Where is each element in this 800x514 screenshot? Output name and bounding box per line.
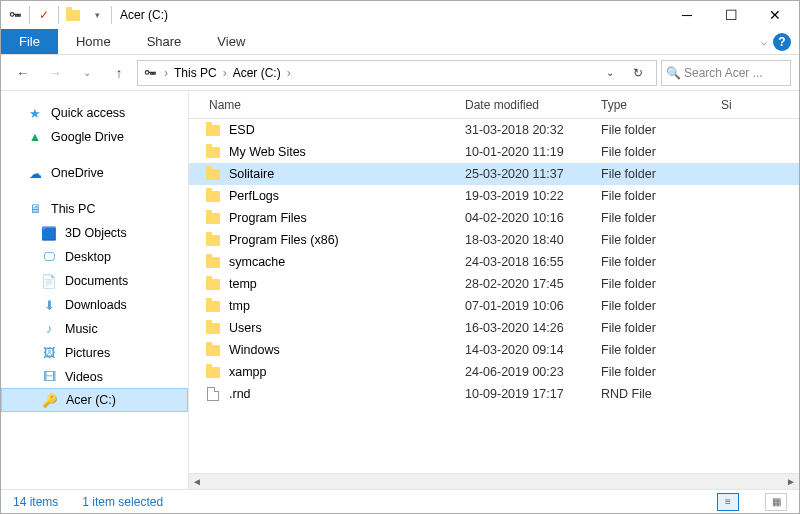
file-date: 31-03-2018 20:32	[465, 123, 601, 137]
file-name: Solitaire	[229, 167, 465, 181]
onedrive-icon: ☁	[27, 165, 43, 181]
folder-icon	[205, 298, 221, 314]
maximize-button[interactable]: ☐	[709, 1, 753, 29]
tab-home[interactable]: Home	[58, 29, 129, 54]
table-row[interactable]: tmp07-01-2019 10:06File folder	[189, 295, 799, 317]
folder-icon	[205, 232, 221, 248]
file-name: My Web Sites	[229, 145, 465, 159]
folder-icon	[205, 166, 221, 182]
sidebar-item-label: Downloads	[65, 298, 127, 312]
folder-icon	[205, 144, 221, 160]
sidebar-item-onedrive[interactable]: ☁OneDrive	[1, 161, 188, 185]
sidebar-item-videos[interactable]: 🎞Videos	[1, 365, 188, 389]
file-list: ESD31-03-2018 20:32File folderMy Web Sit…	[189, 119, 799, 473]
sidebar-item-music[interactable]: ♪Music	[1, 317, 188, 341]
pictures-icon: 🖼	[41, 345, 57, 361]
table-row[interactable]: ESD31-03-2018 20:32File folder	[189, 119, 799, 141]
chevron-right-icon[interactable]: ›	[162, 66, 170, 80]
sidebar-item-this-pc[interactable]: 🖥This PC	[1, 197, 188, 221]
search-placeholder: Search Acer ...	[684, 66, 763, 80]
file-type: File folder	[601, 167, 721, 181]
status-count: 14 items	[13, 495, 58, 509]
table-row[interactable]: Windows14-03-2020 09:14File folder	[189, 339, 799, 361]
collapse-ribbon-icon[interactable]: ⌵	[761, 36, 767, 47]
table-row[interactable]: .rnd10-09-2019 17:17RND File	[189, 383, 799, 405]
qat-folder-icon[interactable]	[65, 7, 81, 23]
breadcrumb[interactable]: This PC	[170, 66, 221, 80]
table-row[interactable]: symcache24-03-2018 16:55File folder	[189, 251, 799, 273]
address-dropdown-icon[interactable]: ⌄	[596, 67, 624, 78]
table-row[interactable]: temp28-02-2020 17:45File folder	[189, 273, 799, 295]
google-drive-icon: ▲	[27, 129, 43, 145]
address-bar[interactable]: › This PC › Acer (C:) › ⌄ ↻	[137, 60, 657, 86]
file-icon	[205, 386, 221, 402]
file-date: 24-06-2019 00:23	[465, 365, 601, 379]
table-row[interactable]: PerfLogs19-03-2019 10:22File folder	[189, 185, 799, 207]
sidebar-item-downloads[interactable]: ⬇Downloads	[1, 293, 188, 317]
file-type: File folder	[601, 145, 721, 159]
file-date: 04-02-2020 10:16	[465, 211, 601, 225]
column-size[interactable]: Si	[721, 98, 799, 112]
help-icon[interactable]: ?	[773, 33, 791, 51]
tab-view[interactable]: View	[199, 29, 263, 54]
folder-icon	[205, 122, 221, 138]
sidebar-item-quick-access[interactable]: ★Quick access	[1, 101, 188, 125]
horizontal-scrollbar[interactable]: ◄ ►	[189, 473, 799, 489]
file-name: Windows	[229, 343, 465, 357]
file-name: .rnd	[229, 387, 465, 401]
close-button[interactable]: ✕	[753, 1, 797, 29]
sidebar-item-pictures[interactable]: 🖼Pictures	[1, 341, 188, 365]
thumbnails-view-button[interactable]: ▦	[765, 493, 787, 511]
forward-button[interactable]: →	[41, 60, 69, 86]
table-row[interactable]: Program Files (x86)18-03-2020 18:40File …	[189, 229, 799, 251]
file-type: RND File	[601, 387, 721, 401]
file-date: 24-03-2018 16:55	[465, 255, 601, 269]
chevron-right-icon[interactable]: ›	[285, 66, 293, 80]
table-row[interactable]: Program Files04-02-2020 10:16File folder	[189, 207, 799, 229]
app-icon	[7, 7, 23, 23]
status-selected: 1 item selected	[82, 495, 163, 509]
sidebar-item-3d-objects[interactable]: 🟦3D Objects	[1, 221, 188, 245]
file-date: 18-03-2020 18:40	[465, 233, 601, 247]
chevron-right-icon[interactable]: ›	[221, 66, 229, 80]
column-date[interactable]: Date modified	[465, 98, 601, 112]
search-input[interactable]: 🔍 Search Acer ...	[661, 60, 791, 86]
sidebar-item-label: Documents	[65, 274, 128, 288]
file-tab[interactable]: File	[1, 29, 58, 54]
breadcrumb[interactable]: Acer (C:)	[229, 66, 285, 80]
sidebar-item-documents[interactable]: 📄Documents	[1, 269, 188, 293]
file-date: 25-03-2020 11:37	[465, 167, 601, 181]
videos-icon: 🎞	[41, 369, 57, 385]
minimize-button[interactable]: ─	[665, 1, 709, 29]
column-headers: Name Date modified Type Si	[189, 91, 799, 119]
address-row: ← → ⌄ ↑ › This PC › Acer (C:) › ⌄ ↻ 🔍 Se…	[1, 55, 799, 91]
column-type[interactable]: Type	[601, 98, 721, 112]
back-button[interactable]: ←	[9, 60, 37, 86]
recent-dropdown[interactable]: ⌄	[73, 60, 101, 86]
table-row[interactable]: Solitaire25-03-2020 11:37File folder	[189, 163, 799, 185]
qat-dropdown-icon[interactable]: ▾	[89, 7, 105, 23]
star-icon: ★	[27, 105, 43, 121]
table-row[interactable]: Users16-03-2020 14:26File folder	[189, 317, 799, 339]
sidebar-item-acer-c-[interactable]: 🔑Acer (C:)	[1, 388, 188, 412]
qat-check-icon[interactable]: ✓	[36, 7, 52, 23]
details-view-button[interactable]: ≡	[717, 493, 739, 511]
folder-icon	[205, 188, 221, 204]
file-date: 19-03-2019 10:22	[465, 189, 601, 203]
sidebar-item-label: Videos	[65, 370, 103, 384]
up-button[interactable]: ↑	[105, 60, 133, 86]
sidebar-item-google-drive[interactable]: ▲Google Drive	[1, 125, 188, 149]
sidebar-item-desktop[interactable]: 🖵Desktop	[1, 245, 188, 269]
table-row[interactable]: My Web Sites10-01-2020 11:19File folder	[189, 141, 799, 163]
scroll-left-icon[interactable]: ◄	[189, 476, 205, 487]
sidebar-item-label: Pictures	[65, 346, 110, 360]
file-name: ESD	[229, 123, 465, 137]
file-type: File folder	[601, 189, 721, 203]
tab-share[interactable]: Share	[129, 29, 200, 54]
file-name: temp	[229, 277, 465, 291]
scroll-right-icon[interactable]: ►	[783, 476, 799, 487]
file-type: File folder	[601, 365, 721, 379]
refresh-button[interactable]: ↻	[624, 66, 652, 80]
table-row[interactable]: xampp24-06-2019 00:23File folder	[189, 361, 799, 383]
column-name[interactable]: Name	[189, 98, 465, 112]
